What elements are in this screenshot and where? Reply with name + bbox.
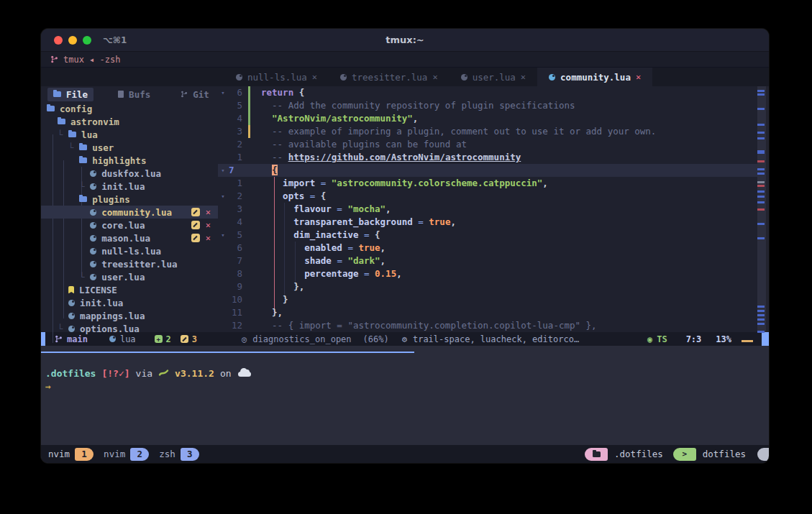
tree-row[interactable]: └ options.lua <box>41 322 218 335</box>
token-p: { <box>293 87 304 98</box>
code-line[interactable]: 7 shade = "dark", <box>218 254 757 267</box>
tree-guide-prefix <box>47 194 79 205</box>
fold-chevron-icon[interactable]: ▾ <box>218 190 228 203</box>
buffer-tab[interactable]: treesitter.lua✕ <box>329 68 450 86</box>
code-line[interactable]: 3 -- example of imporing a plugin, comme… <box>218 125 757 138</box>
line-number: 4 <box>228 112 247 125</box>
close-file-icon[interactable]: ✕ <box>206 207 211 217</box>
scrollbar-mark <box>757 201 765 203</box>
tree-row[interactable]: community.lua✕ <box>41 206 218 219</box>
scrollbar-mark <box>757 168 765 170</box>
fold-chevron-icon[interactable]: ▾ <box>218 164 228 177</box>
line-number: 2 <box>228 190 247 203</box>
code-line[interactable]: 4 transparent_background = true, <box>218 216 757 229</box>
prompt-input-line[interactable]: → <box>45 380 251 393</box>
tree-row[interactable]: └ user.lua <box>41 270 218 283</box>
terminal-icon: > <box>682 449 687 459</box>
code-line[interactable]: 4 "AstroNvim/astrocommunity", <box>218 112 757 125</box>
tmux-status-bar: nvim1nvim2zsh3 .dotfiles>dotfiles <box>41 445 769 463</box>
code-line[interactable]: 9 }, <box>218 280 757 293</box>
buffer-tab[interactable]: null-ls.lua✕ <box>224 68 329 86</box>
tree-row[interactable]: └ user <box>41 141 218 154</box>
tree-row[interactable]: highlights <box>41 154 218 167</box>
fold-chevron-icon[interactable]: ▾ <box>218 229 228 242</box>
tree-row[interactable]: treesitter.lua <box>41 257 218 270</box>
token-b: true <box>358 242 380 253</box>
lua-icon <box>461 74 467 81</box>
scrollbar-mark <box>757 191 765 193</box>
tree-row[interactable]: core.lua✕ <box>41 219 218 231</box>
tmux-window-name: nvim <box>48 449 70 459</box>
code-line[interactable]: 1 import = "astrocommunity.colorscheme.c… <box>218 177 757 190</box>
token-p: { <box>375 229 380 240</box>
buffer-tab[interactable]: community.lua✕ <box>537 68 652 86</box>
token-kw: return <box>261 87 293 98</box>
scrollbar-mark <box>757 318 765 321</box>
tree-row[interactable]: mappings.lua <box>41 309 218 322</box>
code-line[interactable]: ▾5 dim_inactive = { <box>218 229 757 242</box>
close-buffer-icon[interactable]: ✕ <box>636 72 641 82</box>
sidebar-tab-file[interactable]: File <box>47 88 93 101</box>
close-buffer-icon[interactable]: ✕ <box>312 72 317 82</box>
sign-column <box>247 203 254 216</box>
tree-item-label: init.lua <box>101 181 145 192</box>
code-text: -- example of imporing a plugin, comment… <box>254 125 656 138</box>
tmux-pane-border[interactable] <box>41 352 414 353</box>
code-line[interactable]: 1 -- https://github.com/AstroNvim/astroc… <box>218 151 757 164</box>
tree-row[interactable]: mason.lua✕ <box>41 231 218 244</box>
close-buffer-icon[interactable]: ✕ <box>432 72 437 82</box>
sidebar-tab-git[interactable]: Git <box>175 88 215 101</box>
close-file-icon[interactable]: ✕ <box>206 233 211 243</box>
code-line[interactable]: 6 enabled = true, <box>218 242 757 254</box>
scroll-percent: 13% <box>716 334 731 344</box>
tree-row[interactable]: astronvim <box>41 115 218 128</box>
sidebar-source-tabs: FileBufsGit <box>41 86 218 102</box>
token-p: }, <box>261 307 283 318</box>
code-line[interactable]: ▾2 opts = { <box>218 190 757 203</box>
tree-row[interactable]: plugins <box>41 193 218 206</box>
buffer-tab-label: community.lua <box>560 72 631 83</box>
modified-icon <box>191 234 200 242</box>
token-u: https://github.com/AstroNvim/astrocommun… <box>288 152 521 162</box>
git-changed-icon <box>181 335 188 343</box>
sidebar-tab-bufs[interactable]: Bufs <box>112 88 156 101</box>
fold-chevron-icon[interactable]: ▾ <box>218 86 228 99</box>
close-file-icon[interactable]: ✕ <box>206 220 211 230</box>
code-line[interactable]: 8 percentage = 0.15, <box>218 267 757 280</box>
tree-row[interactable]: init.lua <box>41 296 218 309</box>
tree-row[interactable]: └ init.lua <box>41 180 218 193</box>
tree-guide-prefix <box>47 285 68 295</box>
zsh-pane[interactable]: .dotfiles[!?✓]viav3.11.2on → <box>45 367 251 393</box>
tree-row[interactable]: LICENSE <box>41 283 218 296</box>
tmux-session-bar[interactable]: tmux ◂ -zsh <box>41 52 769 68</box>
token-p <box>261 165 272 175</box>
tree-row[interactable]: duskfox.lua <box>41 167 218 180</box>
code-line[interactable]: 2 -- available plugins can be found at <box>218 138 757 151</box>
code-line[interactable]: ▾7 { <box>218 164 757 177</box>
code-editor[interactable]: ▾6return {5 -- Add the community reposit… <box>218 86 757 332</box>
code-line[interactable]: 5 -- Add the community repository of plu… <box>218 99 757 112</box>
code-line[interactable]: 11 }, <box>218 306 757 319</box>
filetype-segment: lua <box>109 334 136 344</box>
lua-file-icon <box>90 261 96 267</box>
close-buffer-icon[interactable]: ✕ <box>521 72 526 82</box>
buffer-tab[interactable]: user.lua✕ <box>450 68 537 86</box>
license-icon <box>68 286 74 294</box>
scrollbar[interactable] <box>757 86 766 332</box>
code-line[interactable]: ▾6return { <box>218 86 757 99</box>
tree-guide-prefix: └ <box>47 181 90 192</box>
tmux-window-tab[interactable]: nvim2 <box>104 448 149 461</box>
folder-icon <box>593 451 601 457</box>
code-line[interactable]: 12 -- { import = "astrocommunity.complet… <box>218 319 757 332</box>
code-line[interactable]: 3 flavour = "mocha", <box>218 203 757 216</box>
lua-file-icon <box>68 313 75 319</box>
tree-item-label: user.lua <box>101 272 145 283</box>
tmux-window-tab[interactable]: nvim1 <box>48 448 93 461</box>
git-status-flags: [!?✓] <box>101 368 129 379</box>
tmux-window-tab[interactable]: zsh3 <box>159 448 199 461</box>
tree-row[interactable]: └ lua <box>41 128 218 141</box>
tree-row-badges: ✕ <box>191 220 211 230</box>
code-line[interactable]: 10 } <box>218 293 757 306</box>
tree-row[interactable]: null-ls.lua <box>41 244 218 257</box>
tree-row[interactable]: config <box>41 102 218 115</box>
